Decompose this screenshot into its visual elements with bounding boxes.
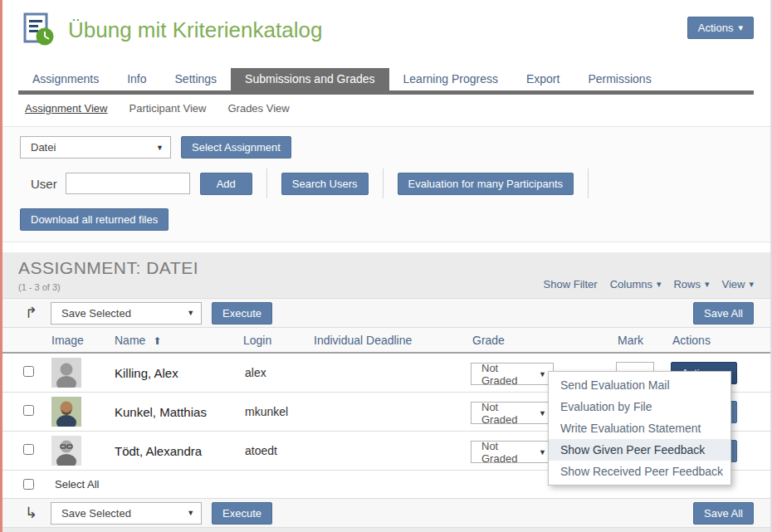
select-arrow-icon: ▼ [539, 409, 546, 417]
user-input[interactable] [66, 173, 190, 194]
tab-permissions[interactable]: Permissions [574, 68, 665, 90]
row-checkbox[interactable] [23, 444, 34, 455]
result-range-bottom: (1 - 3 of 3) [0, 528, 772, 532]
col-header-name[interactable]: Name ⬆ [106, 334, 235, 347]
caret-down-icon: ▾ [657, 279, 662, 290]
row-checkbox[interactable] [23, 366, 34, 377]
search-users-button[interactable]: Search Users [281, 173, 369, 195]
user-label: User [31, 177, 57, 191]
toolbar-divider [266, 168, 267, 198]
select-arrow-icon: ▼ [539, 370, 546, 378]
section-title: ASSIGNMENT: DATEI [18, 258, 754, 278]
tab-settings[interactable]: Settings [161, 68, 232, 90]
save-all-button-top[interactable]: Save All [693, 302, 754, 325]
avatar [51, 436, 81, 466]
participant-login: alex [235, 366, 305, 379]
tab-export[interactable]: Export [512, 68, 574, 90]
bulk-action-value-top: Save Selected [61, 307, 131, 320]
avatar [51, 358, 81, 388]
page-title: Übung mit Kriterienkatalog [68, 17, 322, 43]
tab-assignments[interactable]: Assignments [18, 68, 113, 90]
columns-dropdown[interactable]: Columns ▾ [610, 278, 662, 290]
assignment-select-value: Datei [31, 141, 56, 154]
show-filter-link[interactable]: Show Filter [544, 278, 598, 290]
header-actions-button[interactable]: Actions ▾ [687, 17, 754, 39]
assignment-select[interactable]: Datei ▼ [20, 136, 171, 159]
subtab-assignment-view[interactable]: Assignment View [25, 102, 107, 118]
row-actions-menu: Send Evaluation Mail Evaluation by File … [548, 371, 731, 486]
col-header-actions: Actions [664, 334, 754, 347]
row-checkbox[interactable] [23, 405, 34, 416]
download-all-returned-files-button[interactable]: Download all returned files [20, 208, 169, 231]
menu-item-evaluation-by-file[interactable]: Evaluation by File [549, 396, 730, 417]
participant-login: atoedt [235, 444, 305, 457]
select-all-label: Select All [55, 478, 99, 491]
participant-login: mkunkel [235, 405, 305, 418]
header-actions-label: Actions [698, 22, 734, 34]
apply-to-selected-bottom-icon: ↳ [25, 505, 37, 520]
col-header-login: Login [235, 334, 305, 347]
grade-value: Not Graded [481, 401, 532, 426]
menu-item-show-received-peer-feedback[interactable]: Show Received Peer Feedback [549, 461, 730, 482]
bulk-toolbar-bottom: ↳ Save Selected ▼ Execute Save All [0, 498, 772, 528]
bulk-toolbar-top: ↱ Save Selected ▼ Execute Save All [0, 298, 772, 328]
tab-bar: Assignments Info Settings Submissions an… [0, 68, 772, 95]
save-all-button-bottom[interactable]: Save All [693, 502, 754, 525]
select-arrow-icon: ▼ [539, 448, 546, 456]
tab-info[interactable]: Info [113, 68, 160, 90]
add-user-button[interactable]: Add [200, 173, 252, 195]
menu-item-write-evaluation-statement[interactable]: Write Evaluation Statement [549, 417, 730, 439]
table-header-row: Image Name ⬆ Login Individual Deadline G… [0, 328, 772, 354]
grade-value: Not Graded [481, 440, 532, 465]
execute-button-top[interactable]: Execute [212, 302, 272, 325]
grade-select[interactable]: Not Graded ▼ [471, 402, 554, 424]
exercise-object-icon [22, 12, 54, 47]
participant-name: Killing, Alex [106, 366, 235, 380]
subtab-participant-view[interactable]: Participant View [129, 102, 206, 118]
col-header-mark: Mark [604, 334, 664, 347]
select-arrow-icon: ▼ [187, 309, 194, 317]
filter-toolbar: Datei ▼ Select Assignment User Add Searc… [0, 126, 772, 242]
select-assignment-button[interactable]: Select Assignment [181, 136, 291, 159]
section-header-band: ASSIGNMENT: DATEI (1 - 3 of 3) Show Filt… [0, 252, 772, 298]
evaluation-many-participants-button[interactable]: Evaluation for many Participants [398, 173, 574, 195]
rows-dropdown[interactable]: Rows ▾ [673, 278, 709, 290]
avatar [51, 397, 81, 427]
caret-down-icon: ▾ [738, 23, 743, 32]
col-header-image: Image [48, 334, 106, 347]
subtab-grades-view[interactable]: Grades View [227, 102, 289, 118]
grade-select[interactable]: Not Graded ▼ [471, 441, 554, 463]
execute-button-bottom[interactable]: Execute [212, 502, 272, 525]
tab-submissions-and-grades[interactable]: Submissions and Grades [231, 68, 388, 90]
bulk-action-select-top[interactable]: Save Selected ▼ [51, 302, 202, 325]
caret-down-icon: ▾ [705, 279, 710, 290]
menu-item-send-evaluation-mail[interactable]: Send Evaluation Mail [549, 374, 730, 396]
grade-value: Not Graded [481, 362, 532, 387]
col-header-grade: Grade [459, 334, 604, 347]
window-left-edge [0, 0, 2, 532]
bulk-action-select-bottom[interactable]: Save Selected ▼ [51, 502, 202, 525]
select-all-checkbox[interactable] [23, 479, 34, 490]
subtab-bar: Assignment View Participant View Grades … [0, 95, 772, 118]
view-dropdown[interactable]: View ▾ [722, 278, 754, 290]
select-arrow-icon: ▼ [187, 509, 194, 517]
toolbar-divider [588, 168, 589, 198]
menu-item-show-given-peer-feedback[interactable]: Show Given Peer Feedback [549, 439, 730, 461]
bulk-action-value-bottom: Save Selected [61, 507, 131, 520]
select-arrow-icon: ▼ [156, 144, 164, 152]
participant-name: Kunkel, Matthias [106, 405, 235, 419]
toolbar-divider [383, 168, 384, 198]
tab-learning-progress[interactable]: Learning Progress [389, 68, 512, 90]
apply-to-selected-top-icon: ↱ [25, 305, 37, 320]
col-header-individual-deadline: Individual Deadline [305, 334, 459, 347]
page-header: Übung mit Kriterienkatalog Actions ▾ [0, 0, 772, 51]
participant-name: Tödt, Alexandra [106, 444, 235, 458]
grade-select[interactable]: Not Graded ▼ [471, 363, 554, 385]
caret-down-icon: ▾ [749, 279, 754, 290]
sort-ascending-icon: ⬆ [153, 335, 161, 347]
